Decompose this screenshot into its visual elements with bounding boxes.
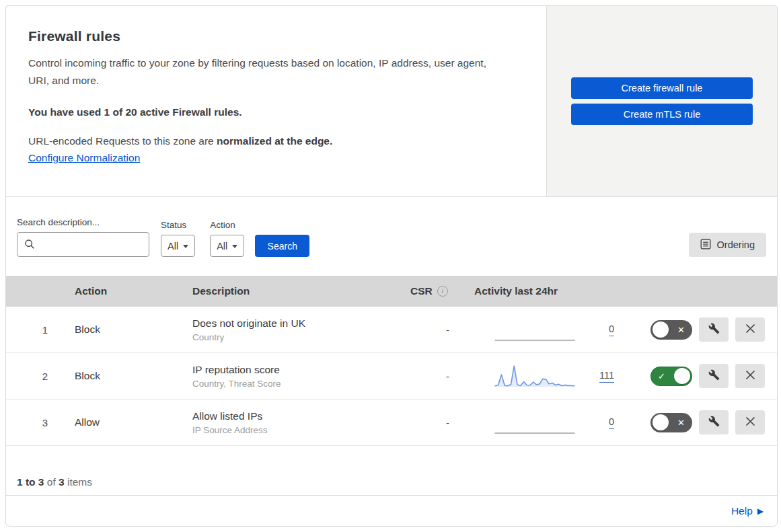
rule-index: 2: [6, 371, 68, 382]
rule-index: 3: [6, 417, 68, 428]
page-title: Firewall rules: [28, 28, 526, 44]
items-total: 3: [59, 476, 65, 488]
rule-action: Block: [68, 370, 186, 382]
firewall-rules-card: Firewall rules Control incoming traffic …: [5, 5, 778, 527]
help-strip: Help ▶: [6, 495, 777, 526]
edit-rule-button[interactable]: [699, 410, 729, 434]
help-link[interactable]: Help ▶: [731, 505, 764, 517]
rule-enabled-toggle[interactable]: ✓ ✕: [650, 367, 692, 386]
check-icon: ✓: [658, 371, 665, 381]
filter-bar: Search description... Status All Action …: [6, 197, 777, 276]
table-row: 2 Block IP reputation score Country, Thr…: [6, 353, 777, 400]
rule-description-cell: Allow listed IPs IP Source Address: [186, 410, 404, 435]
rule-enabled-toggle[interactable]: ✓ ✕: [650, 320, 692, 340]
ordering-button[interactable]: Ordering: [689, 233, 766, 257]
action-filter-group: Action All: [210, 220, 244, 257]
ordering-button-label: Ordering: [717, 239, 755, 250]
rule-criteria: IP Source Address: [192, 425, 404, 435]
x-icon: ✕: [677, 325, 685, 335]
rule-activity-cell: 0: [472, 409, 626, 436]
activity-sparkline: [494, 363, 575, 389]
search-button[interactable]: Search: [255, 235, 309, 257]
edit-rule-button[interactable]: [699, 364, 729, 388]
of-text: of: [47, 476, 56, 488]
items-text: items: [67, 476, 92, 488]
activity-sparkline: [494, 316, 575, 343]
column-csr: CSR i: [404, 285, 472, 297]
delete-rule-button[interactable]: [735, 364, 765, 388]
rule-description-cell: Does not originate in UK Country: [186, 317, 404, 342]
rule-criteria: Country, Threat Score: [192, 379, 404, 389]
table-row: 1 Block Does not originate in UK Country…: [6, 307, 777, 353]
toggle-knob: [653, 321, 669, 338]
create-mtls-rule-button[interactable]: Create mTLS rule: [571, 104, 753, 125]
activity-count-link[interactable]: 111: [599, 370, 614, 383]
rule-index: 1: [6, 324, 68, 336]
usage-note: You have used 1 of 20 active Firewall ru…: [28, 106, 526, 118]
delete-rule-button[interactable]: [735, 317, 765, 342]
rule-controls: ✓ ✕: [626, 317, 777, 342]
search-box: [17, 232, 149, 257]
page-description: Control incoming traffic to your zone by…: [28, 54, 499, 89]
rule-action: Allow: [68, 416, 186, 428]
rule-action: Block: [68, 324, 186, 336]
status-filter-group: Status All: [161, 220, 195, 257]
column-action: Action: [68, 285, 186, 297]
search-description-input[interactable]: [17, 232, 149, 257]
status-label: Status: [161, 220, 195, 230]
rule-activity-cell: 0: [472, 316, 626, 343]
help-link-label: Help: [731, 505, 753, 517]
x-icon: ✕: [677, 418, 685, 428]
caret-down-icon: [183, 245, 188, 248]
table-footer: 1 to 3 of 3 items: [6, 446, 777, 495]
items-range: 1 to 3: [17, 476, 44, 488]
rule-description-cell: IP reputation score Country, Threat Scor…: [186, 364, 404, 389]
info-icon[interactable]: i: [437, 286, 448, 297]
status-dropdown-value: All: [168, 241, 178, 252]
rule-description: IP reputation score: [192, 364, 404, 376]
close-icon: [745, 370, 755, 382]
help-arrow-icon: ▶: [757, 507, 764, 515]
rule-controls: ✓ ✕: [626, 410, 777, 434]
activity-count-link[interactable]: 0: [609, 324, 614, 336]
close-icon: [745, 416, 755, 428]
action-dropdown-value: All: [217, 241, 227, 252]
rule-csr-value: -: [404, 324, 472, 336]
wrench-icon: [708, 416, 720, 429]
rule-description: Allow listed IPs: [192, 410, 404, 422]
rule-csr-value: -: [404, 371, 472, 382]
status-dropdown[interactable]: All: [161, 235, 195, 257]
normalization-note: URL-encoded Requests to this zone are no…: [28, 135, 526, 147]
toggle-knob: [653, 414, 669, 430]
delete-rule-button[interactable]: [735, 410, 765, 434]
edit-rule-button[interactable]: [699, 317, 729, 342]
rule-csr-value: -: [404, 417, 472, 428]
rule-controls: ✓ ✕: [626, 364, 777, 388]
table-header: Action Description CSR i Activity last 2…: [6, 276, 777, 307]
actions-panel: Create firewall rule Create mTLS rule: [546, 6, 777, 196]
rule-criteria: Country: [192, 332, 404, 342]
wrench-icon: [708, 323, 720, 336]
ordering-list-icon: [700, 239, 711, 252]
configure-normalization-link[interactable]: Configure Normalization: [28, 152, 140, 163]
search-field-group: Search description...: [17, 217, 149, 257]
activity-count-link[interactable]: 0: [609, 416, 614, 429]
rule-description: Does not originate in UK: [192, 317, 404, 330]
rule-activity-cell: 111: [472, 363, 626, 389]
create-firewall-rule-button[interactable]: Create firewall rule: [571, 77, 753, 99]
wrench-icon: [708, 369, 720, 383]
table-row: 3 Allow Allow listed IPs IP Source Addre…: [6, 400, 777, 446]
search-label: Search description...: [17, 217, 149, 227]
column-activity: Activity last 24hr: [472, 285, 626, 297]
action-dropdown[interactable]: All: [210, 235, 244, 257]
table-body: 1 Block Does not originate in UK Country…: [6, 307, 777, 446]
header-text-block: Firewall rules Control incoming traffic …: [6, 6, 546, 196]
header-section: Firewall rules Control incoming traffic …: [6, 6, 777, 197]
rule-enabled-toggle[interactable]: ✓ ✕: [650, 413, 692, 432]
close-icon: [745, 324, 755, 336]
activity-sparkline: [494, 409, 575, 436]
toggle-knob: [674, 368, 690, 384]
column-description: Description: [186, 285, 404, 297]
action-label: Action: [210, 220, 244, 230]
caret-down-icon: [232, 245, 237, 248]
